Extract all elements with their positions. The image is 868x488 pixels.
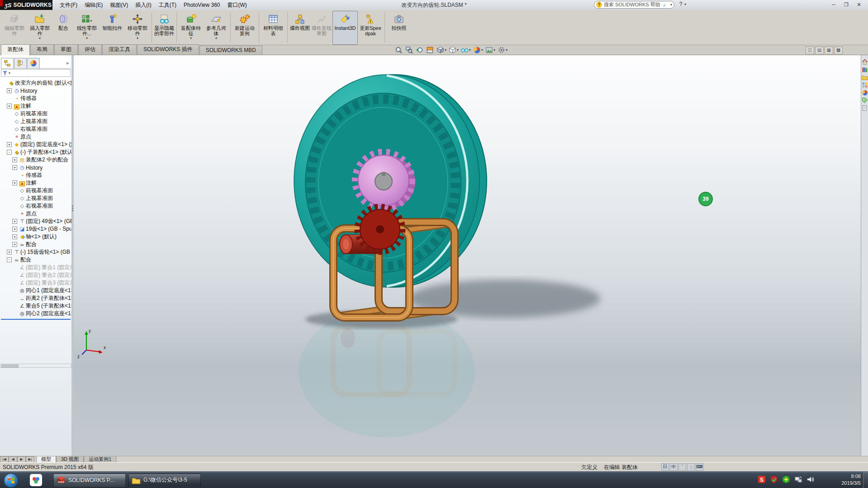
expand-toggle[interactable]: + [12,165,17,170]
tabs-overflow-icon[interactable]: » [66,60,71,66]
tree-item[interactable]: + (固定) 49齿<1> (GB - I [0,218,71,225]
tab-property-manager[interactable] [14,58,27,68]
command-tab[interactable]: 布局 [30,44,54,55]
help-caret-icon[interactable]: ▾ [684,2,686,6]
tree-item[interactable]: + 19齿<1> (GB - Spur ge [0,225,71,233]
menu-item[interactable]: 插入(I) [132,0,155,10]
tab-feature-tree[interactable] [1,58,14,68]
show-desktop-button[interactable] [863,472,868,488]
tree-item[interactable]: (固定) 重合1 (固定底座< [0,264,71,271]
ribbon-button-exploded-view[interactable]: 爆炸视图 [289,11,311,45]
tree-item[interactable]: + 轴<1> (默认) [0,233,71,241]
ime-button[interactable]: 中 [670,463,678,471]
tree-item[interactable]: - 配合 [0,256,71,264]
network-tray-icon[interactable] [794,475,802,483]
volume-tray-icon[interactable] [806,475,815,483]
tree-item[interactable]: 距离2 (子装配体<1>,固定 [0,294,71,302]
tree-item[interactable]: + 装配体2 中的配合 [0,156,71,164]
search-icon[interactable]: ⌕ [663,2,669,8]
ribbon-button-insert-component[interactable]: 插入零部件 ▾ [27,11,52,45]
hide-show-items-icon[interactable]: ▾ [460,46,471,54]
menu-item[interactable]: 视图(V) [106,0,132,10]
file-explorer-icon[interactable] [862,74,868,81]
ribbon-button-instant3d[interactable]: Instant3D [332,11,358,45]
tree-filter-bar[interactable]: ▾ [1,69,71,77]
tab-scroll-button[interactable]: ▶| [26,456,34,463]
tree-item[interactable]: (固定) 重合3 (固定底座< [0,279,71,287]
assembly-3d-view[interactable]: y x z 39 [74,55,861,456]
command-tab[interactable]: SOLIDWORKS MBD [199,46,262,55]
help-button[interactable]: ? [677,1,684,7]
expand-toggle[interactable]: - [7,150,12,155]
tree-item[interactable]: + (-) 15齿齿轮<1> (GB - Spu [0,248,71,256]
tab-configuration-manager[interactable] [27,58,40,68]
tree-item[interactable]: 同心1 (固定底座<1>,子装 [0,287,71,294]
tree-item[interactable]: 前视基准面 [0,187,71,194]
accelerator-tray-icon[interactable] [782,475,790,483]
apply-scene-icon[interactable]: ▾ [485,46,496,54]
antivirus-shield-icon[interactable] [770,475,778,483]
menu-item[interactable]: 窗口(W) [224,0,251,10]
close-button[interactable]: ✕ [854,0,864,9]
ribbon-button-update-speedpak[interactable]: 更新Speedpak [358,11,383,45]
ribbon-button-reference-geometry[interactable]: 参考几何体 ▾ [204,11,229,45]
command-tab[interactable]: 评估 [78,44,102,55]
zoom-fit-icon[interactable] [394,46,403,54]
tree-item[interactable]: + History [0,164,71,171]
ime-button[interactable]: ； [687,463,695,471]
ribbon-button-move-component[interactable]: 移动零部件 ▾ [125,11,150,45]
notification-bubble[interactable]: 39 [699,192,712,206]
menu-item[interactable]: 文件(F) [56,0,81,10]
pane-toggle-button[interactable]: ▦ [825,47,833,54]
tree-item[interactable]: 传感器 [0,95,71,102]
ribbon-button-linear-component-pattern[interactable]: 线性零部件... ▾ [74,11,100,45]
ribbon-button-edit-component[interactable]: 编辑零部件 [2,11,27,45]
tab-scroll-button[interactable]: ◀ [9,456,17,463]
expand-toggle[interactable]: + [12,227,17,232]
ribbon-button-new-motion-study[interactable]: 新建运动算例 [232,11,257,45]
scrollbar-thumb[interactable] [1,365,19,368]
rollback-bar[interactable] [1,319,71,320]
command-tab[interactable]: 草图 [54,44,78,55]
tree-item[interactable]: + 配合 [0,241,71,248]
start-button[interactable] [4,473,19,488]
dropdown-caret-icon[interactable]: ▾ [39,36,41,40]
display-style-icon[interactable]: ▾ [448,46,459,54]
expand-toggle[interactable]: + [12,242,17,247]
expand-toggle[interactable]: + [12,157,17,162]
ime-button[interactable]: ’ [678,463,686,471]
dropdown-caret-icon[interactable]: ▾ [86,36,88,40]
tab-scroll-button[interactable]: |◀ [0,456,9,463]
dropdown-caret-icon[interactable]: ▾ [190,36,192,40]
tree-horizontal-scrollbar[interactable] [0,364,71,368]
taskbar-button-solidworks[interactable]: 2015 SOLIDWORKS P... [53,474,126,487]
restore-button[interactable]: ❐ [841,0,852,9]
pane-toggle-button[interactable]: ▤ [815,47,824,54]
tree-item[interactable]: 上视基准面 [0,118,71,125]
tree-item[interactable]: (固定) 重合2 (固定底座< [0,271,71,279]
ribbon-button-bill-of-materials[interactable]: 材料明细表 [261,11,286,45]
ribbon-button-assembly-features[interactable]: 装配体特征 ▾ [178,11,204,45]
tree-item[interactable]: 改变方向的齿轮 (默认<默认_显 [0,79,71,87]
taskbar-button-folder[interactable]: G:\微信公众号\3-5 [128,474,201,487]
tree-item[interactable]: + (固定) 固定底座<1> (默认< [0,141,71,148]
taskbar-clock[interactable]: 8:08 2019/3/5 [841,473,861,487]
pane-toggle-button[interactable]: ◫ [806,47,814,54]
tree-item[interactable]: 同心2 (固定底座<1>,15齿 [0,310,71,317]
expand-toggle[interactable]: + [12,180,17,185]
design-library-icon[interactable] [862,66,868,73]
section-view-icon[interactable] [426,46,435,54]
minimize-button[interactable]: ─ [828,0,839,9]
expand-toggle[interactable]: + [12,219,17,224]
view-orientation-icon[interactable]: ▾ [436,46,447,54]
tree-item[interactable]: 上视基准面 [0,194,71,202]
forum-icon[interactable] [862,105,868,111]
ribbon-button-mate[interactable]: 配合 [52,11,74,45]
zoom-area-icon[interactable] [405,46,414,54]
tree-item[interactable]: + History [0,87,71,95]
graphics-area[interactable]: y x z 39 [74,55,861,456]
expand-toggle[interactable]: - [7,257,12,262]
filter-caret-icon[interactable]: ▾ [9,71,10,75]
search-input[interactable]: 搜索 SOLIDWORKS 帮助 [604,1,661,8]
tree-item[interactable]: 右视基准面 [0,202,71,210]
